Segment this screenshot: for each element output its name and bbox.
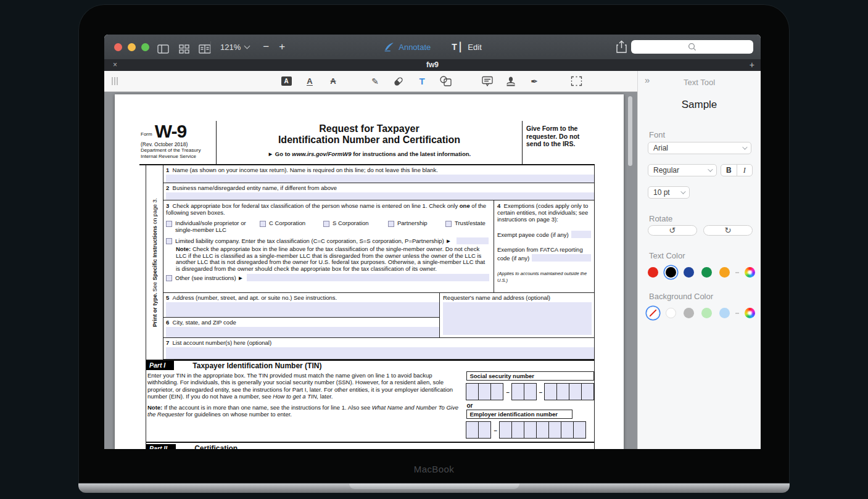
- strikethrough-tool-button[interactable]: A: [326, 75, 340, 88]
- fatca-code-field[interactable]: [532, 254, 591, 262]
- checkbox-icon[interactable]: [166, 238, 172, 244]
- checkbox-icon[interactable]: [445, 221, 452, 227]
- share-button[interactable]: [616, 40, 627, 56]
- rotate-section-label: Rotate: [649, 214, 672, 223]
- annotate-mode-button[interactable]: Annotate: [383, 42, 431, 52]
- account-numbers-field[interactable]: [166, 347, 594, 359]
- swatch-divider: [735, 272, 739, 273]
- checkbox-individual[interactable]: Individual/sole proprietor or single-mem…: [166, 220, 260, 233]
- chevron-down-icon: [742, 144, 747, 149]
- close-window-button[interactable]: [114, 43, 122, 51]
- ein-label: Employer identification number: [466, 410, 572, 419]
- scrollbar-thumb[interactable]: [628, 96, 632, 166]
- form-dept1: Department of the Treasury: [141, 147, 213, 154]
- edit-mode-button[interactable]: T⎪ Edit: [452, 42, 481, 52]
- rotate-ccw-icon: ↺: [669, 226, 676, 234]
- checkbox-partnership[interactable]: Partnership: [388, 220, 445, 233]
- checkbox-icon[interactable]: [388, 221, 394, 227]
- zoom-window-button[interactable]: [141, 43, 149, 51]
- italic-button[interactable]: I: [737, 165, 753, 176]
- bold-button[interactable]: B: [721, 165, 737, 176]
- thumbnails-view-icon[interactable]: [177, 42, 191, 56]
- text-color-red-swatch[interactable]: [648, 267, 658, 278]
- rotate-ccw-button[interactable]: ↺: [648, 225, 697, 236]
- bg-color-blue-swatch[interactable]: [719, 308, 730, 318]
- zoom-in-button[interactable]: +: [279, 41, 285, 53]
- text-tool-sidebar: » Text Tool Sample Font Arial Regular B …: [637, 71, 761, 449]
- bg-color-gray-swatch[interactable]: [684, 308, 694, 318]
- font-size-select[interactable]: 10 pt: [648, 186, 690, 199]
- checkbox-trust-estate[interactable]: Trust/estate: [445, 220, 490, 233]
- exempt-payee-code-field[interactable]: [571, 231, 591, 238]
- exemptions-section: 4 Exemptions (codes apply only to certai…: [494, 200, 594, 292]
- selection-tool-button[interactable]: [569, 75, 583, 88]
- part2-header: Part II Certification: [146, 442, 594, 449]
- rotate-cw-button[interactable]: ↻: [703, 225, 753, 236]
- minimize-window-button[interactable]: [128, 43, 136, 51]
- two-page-view-icon[interactable]: [198, 42, 212, 56]
- bg-color-none-swatch[interactable]: [648, 308, 658, 318]
- strip-line2: See Specific Instructions on page 3.: [151, 198, 159, 292]
- zoom-out-button[interactable]: −: [263, 41, 269, 53]
- text-color-black-swatch[interactable]: [666, 267, 676, 278]
- search-input[interactable]: [631, 40, 753, 54]
- ssn-cells[interactable]: – –: [466, 383, 594, 400]
- text-color-blue-swatch[interactable]: [684, 267, 694, 278]
- toolbar-grip-handle[interactable]: [112, 77, 118, 85]
- chevron-down-icon: [680, 189, 685, 194]
- underline-tool-button[interactable]: A: [303, 75, 316, 88]
- checkbox-llc[interactable]: Limited liability company. Enter the tax…: [166, 237, 490, 244]
- zoom-chevron-icon[interactable]: [244, 43, 250, 49]
- search-field[interactable]: [631, 40, 753, 54]
- text-tool-button[interactable]: T: [415, 75, 429, 88]
- form-line3-4: 3 Check appropriate box for federal tax …: [163, 200, 594, 293]
- eraser-tool-button[interactable]: [392, 75, 405, 88]
- pencil-tool-button[interactable]: ✎: [368, 75, 382, 88]
- text-color-green-swatch[interactable]: [701, 267, 712, 278]
- font-family-select[interactable]: Arial: [648, 142, 751, 154]
- checkbox-other[interactable]: Other (see instructions) ►: [166, 274, 490, 281]
- checkbox-icon[interactable]: [323, 221, 329, 227]
- checkbox-icon[interactable]: [260, 221, 266, 227]
- bg-color-green-swatch[interactable]: [701, 308, 712, 318]
- form-line1: 1 Name (as shown on your income tax retu…: [163, 165, 594, 183]
- text-color-orange-swatch[interactable]: [719, 267, 730, 278]
- title-bar: 121% − + Annotate T⎪ Edit: [104, 35, 761, 59]
- form-header: Form W-9 (Rev. October 2018) Department …: [139, 121, 595, 165]
- address-input-field[interactable]: [166, 302, 439, 317]
- checkbox-c-corporation[interactable]: C Corporation: [260, 220, 323, 233]
- rotate-cw-icon: ↻: [725, 226, 732, 234]
- requester-section: Requester's name and address (optional): [439, 293, 594, 337]
- name-input-field[interactable]: [166, 175, 594, 183]
- tab-title[interactable]: fw9: [104, 60, 761, 69]
- sidebar-title: Text Tool: [638, 78, 761, 87]
- checkbox-s-corporation[interactable]: S Corporation: [323, 220, 388, 233]
- stamp-tool-button[interactable]: [504, 75, 518, 88]
- comment-icon: [482, 76, 493, 86]
- tin-column: Social security number – – or Employer i…: [460, 372, 594, 439]
- font-style-select[interactable]: Regular: [648, 164, 717, 176]
- underline-icon: A: [307, 77, 312, 86]
- new-tab-button[interactable]: +: [750, 60, 754, 70]
- zoom-level[interactable]: 121%: [220, 43, 241, 52]
- checkbox-icon[interactable]: [166, 275, 172, 281]
- or-word: or: [466, 402, 594, 409]
- pdf-page[interactable]: Form W-9 (Rev. October 2018) Department …: [115, 94, 624, 449]
- other-input-field[interactable]: [247, 274, 489, 281]
- bg-color-wheel-swatch[interactable]: [745, 308, 755, 318]
- text-color-wheel-swatch[interactable]: [745, 267, 755, 278]
- business-name-input-field[interactable]: [166, 192, 594, 200]
- llc-classification-field[interactable]: [457, 237, 489, 244]
- requester-input-field[interactable]: [443, 302, 592, 335]
- font-preview-sample: Sample: [638, 99, 761, 111]
- shapes-tool-button[interactable]: [439, 75, 452, 88]
- bg-color-white-swatch[interactable]: [666, 308, 676, 318]
- signature-tool-button[interactable]: ✒: [527, 75, 541, 88]
- highlight-text-tool-button[interactable]: A: [279, 75, 293, 88]
- ein-cells[interactable]: –: [466, 421, 594, 439]
- sidebar-toggle-icon[interactable]: [156, 42, 170, 56]
- checkbox-icon[interactable]: [166, 221, 172, 227]
- city-state-zip-field[interactable]: [166, 327, 439, 337]
- comment-tool-button[interactable]: [481, 75, 494, 88]
- traffic-lights: [114, 43, 149, 51]
